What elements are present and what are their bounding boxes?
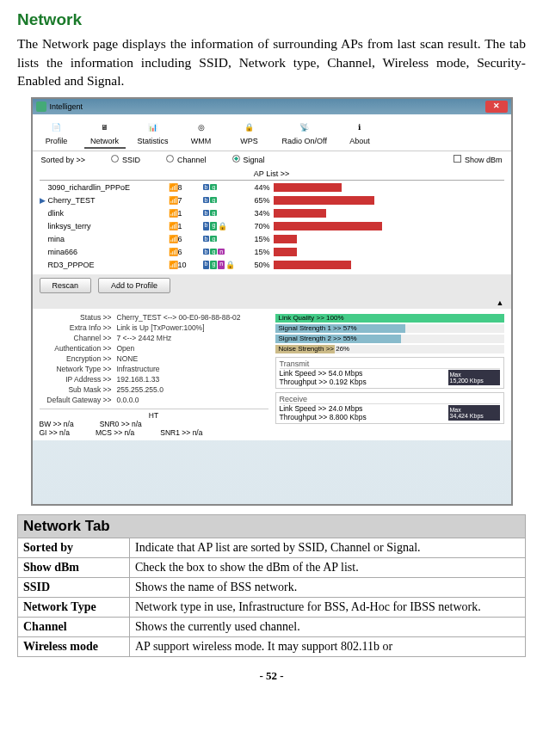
mode-n-icon: n [218, 249, 225, 255]
ap-signal: 44% [255, 183, 504, 192]
ht-snr1: SNR1 >> n/a [160, 428, 202, 437]
row-desc: Shows the name of BSS network. [130, 578, 526, 598]
detail-row: Sub Mask >>255.255.255.0 [40, 384, 268, 395]
ap-channel: 📶1 [169, 209, 203, 218]
row-label: SSID [18, 578, 130, 598]
page-number: - 52 - [17, 669, 526, 683]
ap-ssid: mina666 [48, 248, 169, 256]
table-row: SSIDShows the name of BSS network. [18, 578, 526, 598]
sorted-by-label: Sorted by >> [41, 156, 86, 164]
sort-row: Sorted by >> SSID Channel Signal Show dB… [33, 151, 511, 168]
quality-bar: Signal Strength 2 >> 55% [275, 335, 504, 343]
ap-list: AP List >> 3090_richardlin_PPPoE 📶8 bg 4… [33, 168, 511, 274]
tab-wmm[interactable]: ◎WMM [181, 116, 222, 149]
ap-row[interactable]: dlink 📶1 bg 34% [40, 206, 504, 219]
mode-b-icon: b [203, 261, 210, 269]
close-icon[interactable]: ✕ [485, 101, 508, 113]
sort-ssid[interactable]: SSID [111, 155, 140, 164]
lock-icon: 🔒 [218, 222, 227, 230]
quality-bar: Link Quality >> 100% [275, 314, 504, 323]
mode-g-icon: g [210, 222, 217, 230]
app-screenshot: Intelligent ✕ 📄Profile 🖥Network 📊Statist… [31, 97, 513, 506]
ap-list-header: AP List >> [40, 168, 504, 181]
table-row: Sorted byIndicate that AP list are sorte… [18, 538, 526, 558]
details-panel: Status >>Cherry_TEST <--> 00-E0-98-88-88… [33, 309, 511, 440]
quality-bar: Noise Strength >> 26% [275, 345, 504, 353]
mode-n-icon: n [218, 261, 225, 269]
table-row: Show dBmCheck the box to show the dBm of… [18, 558, 526, 578]
table-row: ChannelShows the currently used channel. [18, 618, 526, 637]
titlebar: Intelligent ✕ [33, 99, 511, 114]
detail-row: IP Address >>192.168.1.33 [40, 374, 268, 384]
sort-channel[interactable]: Channel [166, 155, 207, 164]
ap-ssid: RD3_PPPOE [48, 261, 169, 269]
toolbar: 📄Profile 🖥Network 📊Statistics ◎WMM 🔒WPS … [33, 114, 511, 151]
quality-bar: Signal Strength 1 >> 57% [275, 324, 504, 333]
ap-signal: 65% [255, 196, 504, 205]
ht-snr0: SNR0 >> n/a [100, 420, 142, 428]
ht-bw: BW >> n/a [40, 420, 74, 428]
table-row: Network TypeNetwork type in use, Infrast… [18, 598, 526, 618]
ap-channel: 📶8 [169, 183, 203, 192]
ap-mode-icons: bgn 🔒 [203, 261, 255, 269]
transmit-box: Transmit Link Speed >> 54.0 Mbps Through… [275, 357, 504, 389]
mode-g-icon: g [210, 210, 217, 216]
ht-mcs: MCS >> n/a [96, 428, 134, 437]
mode-g-icon: g [210, 236, 217, 242]
rx-chart: Max34,424 Kbps [448, 405, 500, 421]
sort-signal[interactable]: Signal [232, 155, 265, 164]
row-label: Show dBm [18, 558, 130, 578]
ap-signal: 34% [255, 209, 504, 218]
ap-row[interactable]: mina666 📶6 bgn 15% [40, 245, 504, 258]
tab-profile[interactable]: 📄Profile [36, 116, 77, 149]
ap-row[interactable]: linksys_terry 📶1 bg 🔒 70% [40, 219, 504, 232]
mode-g-icon: g [210, 261, 217, 269]
about-icon: ℹ [346, 118, 373, 137]
tx-throughput: Throughput >> 0.192 Kbps [280, 378, 367, 386]
ap-channel: 📶6 [169, 248, 203, 256]
ap-row[interactable]: mina 📶6 bg 15% [40, 232, 504, 245]
statistics-icon: 📊 [139, 118, 167, 137]
window-title: Intelligent [50, 102, 83, 111]
tab-wps[interactable]: 🔒WPS [229, 116, 270, 149]
mode-b-icon: b [203, 210, 210, 216]
row-label: Network Type [18, 598, 130, 618]
lock-icon: 🔒 [225, 261, 235, 269]
expander[interactable]: ▲ [33, 297, 511, 309]
table-section-header: Network Tab [18, 515, 526, 538]
ap-row[interactable]: RD3_PPPOE 📶10 bgn 🔒 50% [40, 258, 504, 271]
wmm-icon: ◎ [188, 118, 215, 137]
section-heading: Network [17, 10, 526, 29]
ap-channel: 📶1 [169, 222, 203, 230]
mode-b-icon: b [203, 236, 210, 242]
ap-row[interactable]: 3090_richardlin_PPPoE 📶8 bg 44% [40, 181, 504, 194]
detail-row: Authentication >>Open [40, 343, 268, 353]
tab-radio[interactable]: 📡Radio On/Off [277, 116, 332, 149]
row-label: Wireless mode [18, 637, 130, 657]
ap-channel: 📶10 [169, 261, 203, 269]
row-desc: AP support wireless mode. It may support… [130, 637, 526, 657]
add-to-profile-button[interactable]: Add to Profile [98, 278, 170, 293]
tab-about[interactable]: ℹAbout [339, 116, 380, 149]
detail-row: Channel >>7 <--> 2442 MHz [40, 333, 268, 343]
ap-channel: 📶6 [169, 235, 203, 243]
row-desc: Indicate that AP list are sorted by SSID… [130, 538, 526, 558]
network-tab-table: Network Tab Sorted byIndicate that AP li… [17, 514, 526, 657]
row-label: Sorted by [18, 538, 130, 558]
table-row: Wireless modeAP support wireless mode. I… [18, 637, 526, 657]
mode-b-icon: b [203, 184, 210, 190]
ap-mode-icons: bg [203, 197, 255, 203]
details-left: Status >>Cherry_TEST <--> 00-E0-98-88-88… [40, 312, 268, 437]
rescan-button[interactable]: Rescan [40, 278, 92, 293]
show-dbm-checkbox[interactable]: Show dBm [454, 155, 503, 164]
selected-arrow-icon: ▶ [40, 196, 48, 205]
tab-network[interactable]: 🖥Network [84, 116, 126, 149]
profile-icon: 📄 [43, 118, 71, 137]
ap-ssid: linksys_terry [48, 222, 169, 230]
app-icon [36, 101, 46, 112]
wps-icon: 🔒 [236, 118, 263, 137]
radio-icon: 📡 [291, 118, 318, 137]
tab-statistics[interactable]: 📊Statistics [133, 116, 174, 149]
ap-mode-icons: bgn [203, 249, 255, 255]
ap-row[interactable]: ▶ Cherry_TEST 📶7 bg 65% [40, 194, 504, 206]
